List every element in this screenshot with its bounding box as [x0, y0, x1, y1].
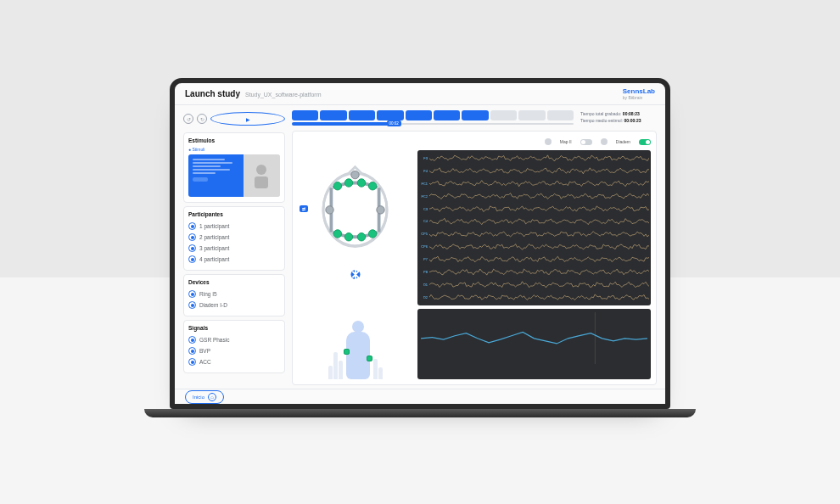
signals-title: Signals: [188, 325, 280, 331]
svg-point-0: [256, 165, 266, 175]
timeline[interactable]: 00:02: [292, 110, 574, 126]
home-icon: ⌂: [208, 393, 216, 401]
svg-point-5: [351, 171, 359, 179]
timeline-segment[interactable]: [490, 110, 517, 120]
inicio-button[interactable]: Inicio ⌂: [185, 390, 224, 404]
svg-point-11: [377, 206, 384, 214]
eeg-headmap: ⇄: [298, 137, 412, 280]
eeg-channel-label: C4: [419, 219, 428, 223]
eeg-channel-label: F3: [419, 156, 428, 160]
page-title: Launch study: [185, 89, 240, 98]
list-item[interactable]: 2 participant: [188, 232, 280, 243]
list-item[interactable]: BVP: [188, 345, 280, 356]
signals-section: Signals GSR PhasicBVPACC: [183, 320, 285, 373]
stimulus-preview[interactable]: [188, 154, 280, 197]
bluetooth-icon: [350, 270, 360, 279]
list-item[interactable]: 4 participant: [188, 254, 280, 265]
skip-fwd-button[interactable]: ↻: [197, 114, 207, 124]
stimulus-cta-icon: [193, 177, 208, 182]
wave-chart: [417, 309, 651, 379]
eeg-channel-label: C3: [419, 207, 428, 211]
person-photo-icon: [250, 161, 272, 190]
stimulus-title: Estímulos: [188, 137, 280, 143]
eeg-channel-label: CP6: [419, 244, 428, 249]
list-item[interactable]: Ring I5: [188, 288, 280, 300]
timeline-segment[interactable]: [292, 110, 318, 120]
timeline-segment[interactable]: [547, 110, 574, 120]
eeg-channel-label: O1: [419, 283, 428, 287]
page-subtitle: Study_UX_software-platform: [245, 92, 321, 98]
svg-rect-1: [255, 176, 268, 188]
list-item[interactable]: Diadem I-D: [188, 300, 280, 311]
timeline-segment[interactable]: [434, 110, 460, 120]
svg-point-8: [357, 179, 365, 187]
diadem-toggle[interactable]: [639, 139, 651, 145]
bullet-icon: [188, 233, 196, 241]
sidebar: ↺ ↻ ▶ Estímulos ● Stimuli: [183, 110, 285, 385]
list-item[interactable]: 3 participant: [188, 243, 280, 254]
eeg-channel-label: FC2: [419, 194, 428, 199]
eeg-channel-label: P8: [419, 270, 428, 274]
bullet-icon: [188, 244, 196, 252]
timeline-segment[interactable]: [377, 110, 403, 120]
svg-point-6: [333, 182, 341, 190]
timeline-segment[interactable]: [349, 110, 375, 120]
bullet-icon: [188, 358, 196, 366]
stimulus-section: Estímulos ● Stimuli: [183, 132, 285, 203]
timeline-segment[interactable]: [320, 110, 346, 120]
link-badge-icon: ⇄: [300, 205, 308, 212]
bullet-icon: [188, 336, 196, 344]
toggle-a-label: Map II: [560, 139, 572, 144]
devices-title: Devices: [188, 279, 280, 285]
view-toggles: Map II Diadem: [417, 137, 651, 147]
timeline-segment[interactable]: [518, 110, 545, 120]
svg-point-12: [333, 230, 341, 238]
devices-section: Devices Ring I5Diadem I-D: [183, 274, 285, 316]
stimulus-badge: ● Stimuli: [188, 147, 280, 152]
brand-logo: SennsLab by Bitbrain: [623, 87, 655, 100]
app-header: Launch study Study_UX_software-platform …: [175, 83, 665, 105]
list-item[interactable]: GSR Phasic: [188, 334, 280, 345]
laptop-hinge: [144, 409, 696, 417]
list-item[interactable]: 1 participant: [188, 221, 280, 232]
app-root: Launch study Study_UX_software-platform …: [175, 83, 665, 404]
participants-title: Participantes: [188, 211, 280, 217]
toggle-b-label: Diadem: [616, 139, 630, 144]
bullet-icon: [188, 290, 196, 298]
svg-point-10: [326, 206, 333, 214]
timeline-segment[interactable]: [406, 110, 432, 120]
app-footer: Inicio ⌂: [175, 389, 665, 404]
list-item[interactable]: ACC: [188, 356, 280, 367]
skip-back-button[interactable]: ↺: [183, 114, 193, 124]
svg-point-9: [368, 182, 376, 190]
visualization-panel: ⇄: [292, 131, 657, 385]
playback-controls: ↺ ↻ ▶: [183, 110, 285, 129]
eeg-channel-label: F4: [419, 169, 428, 173]
svg-point-7: [344, 179, 352, 187]
eeg-chart: F3F4FC1FC2C3C4CP5CP6P7P8O1O2: [417, 150, 651, 305]
avatar-icon: [545, 138, 552, 145]
avatar-icon: [601, 138, 608, 145]
bullet-icon: [188, 222, 196, 230]
play-button[interactable]: ▶: [210, 112, 285, 126]
eeg-channel-label: O2: [419, 295, 428, 300]
participants-section: Participantes 1 participant2 participant…: [183, 206, 285, 271]
timeline-segment[interactable]: [462, 110, 488, 120]
timeline-playhead-label: 00:02: [387, 120, 401, 126]
laptop-mockup: Launch study Study_UX_software-platform …: [170, 78, 670, 409]
eeg-channel-label: CP5: [419, 232, 428, 236]
eeg-channel-label: P7: [419, 257, 428, 261]
timer-info: Tiempo total grabado: 00:08:23 Tiempo me…: [580, 110, 657, 124]
bullet-icon: [188, 301, 196, 309]
bullet-icon: [188, 255, 196, 263]
eeg-channel-label: FC1: [419, 182, 428, 186]
map-toggle[interactable]: [580, 139, 592, 145]
bullet-icon: [188, 347, 196, 355]
svg-point-15: [368, 230, 376, 238]
